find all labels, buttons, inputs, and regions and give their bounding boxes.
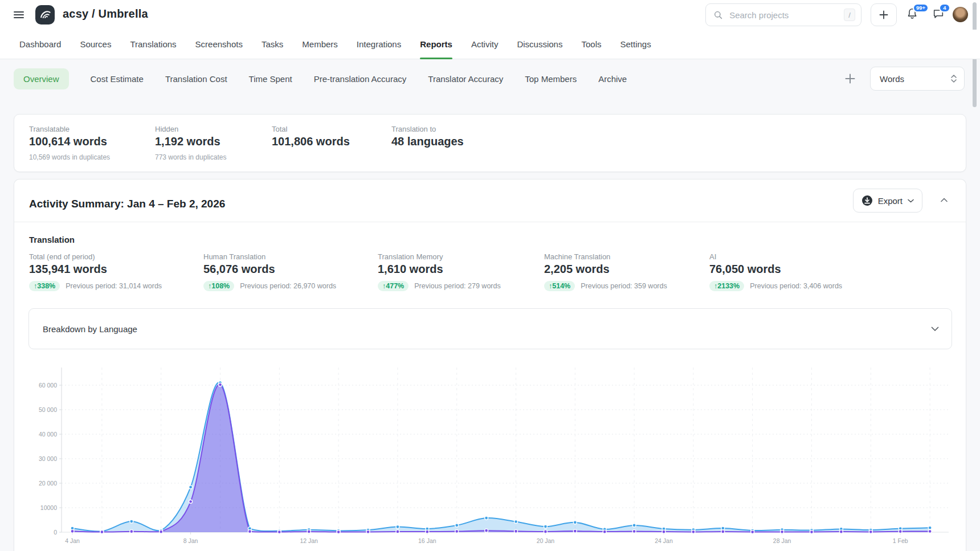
svg-text:50 000: 50 000 bbox=[39, 406, 57, 413]
nav-members[interactable]: Members bbox=[302, 30, 338, 59]
breakdown-by-language-toggle[interactable]: Breakdown by Language bbox=[28, 308, 952, 349]
nav-settings[interactable]: Settings bbox=[620, 30, 651, 59]
svg-text:12 Jan: 12 Jan bbox=[300, 537, 318, 544]
nav-discussions[interactable]: Discussions bbox=[517, 30, 562, 59]
create-project-button[interactable] bbox=[871, 3, 897, 26]
svg-text:4 Jan: 4 Jan bbox=[65, 537, 80, 544]
nav-reports[interactable]: Reports bbox=[420, 30, 452, 59]
export-button-label: Export bbox=[878, 196, 903, 206]
tab-pretranslation-accuracy[interactable]: Pre-translation Accuracy bbox=[314, 74, 407, 84]
search-shortcut-key: / bbox=[844, 9, 855, 21]
top-bar: acsy / Umbrella / 99+ bbox=[0, 0, 980, 30]
delta-badge: ↑477% bbox=[378, 281, 409, 291]
tab-archive[interactable]: Archive bbox=[598, 74, 627, 84]
add-report-button[interactable] bbox=[844, 73, 856, 84]
user-avatar[interactable] bbox=[953, 7, 968, 22]
reports-subnav: Overview Cost Estimate Translation Cost … bbox=[0, 59, 980, 98]
nav-dashboard[interactable]: Dashboard bbox=[19, 30, 61, 59]
select-chevrons-icon bbox=[950, 74, 957, 84]
nav-translations[interactable]: Translations bbox=[130, 30, 176, 59]
svg-text:1 Feb: 1 Feb bbox=[893, 537, 908, 544]
activity-summary-card: Activity Summary: Jan 4 – Feb 2, 2026 Ex… bbox=[14, 179, 966, 551]
hamburger-menu-icon[interactable] bbox=[14, 10, 24, 20]
plus-icon bbox=[879, 10, 888, 19]
svg-text:0: 0 bbox=[54, 529, 57, 536]
svg-text:20 Jan: 20 Jan bbox=[537, 537, 555, 544]
notifications-count-badge: 99+ bbox=[913, 3, 929, 13]
unit-select-value: Words bbox=[880, 74, 904, 84]
tab-translation-cost[interactable]: Translation Cost bbox=[165, 74, 227, 84]
chevron-up-icon bbox=[940, 195, 949, 205]
logo-bird-icon bbox=[38, 8, 52, 22]
tab-time-spent[interactable]: Time Spent bbox=[249, 74, 292, 84]
search-input[interactable] bbox=[728, 10, 844, 21]
svg-text:16 Jan: 16 Jan bbox=[418, 537, 436, 544]
tab-cost-estimate[interactable]: Cost Estimate bbox=[91, 74, 144, 84]
delta-badge: ↑2133% bbox=[709, 281, 744, 291]
activity-chart[interactable]: 60 00050 00040 00030 00020 0001000004 Ja… bbox=[14, 360, 967, 551]
export-button[interactable]: Export bbox=[853, 189, 922, 213]
delta-badge: ↑514% bbox=[544, 281, 575, 291]
page-title: acsy / Umbrella bbox=[63, 7, 148, 21]
search-box[interactable]: / bbox=[705, 3, 861, 26]
notifications-button[interactable]: 99+ bbox=[906, 7, 921, 22]
messages-count-badge: 4 bbox=[939, 3, 950, 13]
breakdown-label: Breakdown by Language bbox=[43, 324, 137, 334]
chevron-down-icon bbox=[931, 326, 939, 332]
tab-overview[interactable]: Overview bbox=[14, 68, 69, 89]
word-stats-card: Translatable 100,614 words 10,569 words … bbox=[14, 114, 966, 172]
tab-top-members[interactable]: Top Members bbox=[525, 74, 577, 84]
svg-text:60 000: 60 000 bbox=[39, 382, 57, 389]
delta-badge: ↑108% bbox=[203, 281, 234, 291]
svg-text:30 000: 30 000 bbox=[39, 455, 57, 462]
nav-screenshots[interactable]: Screenshots bbox=[195, 30, 243, 59]
nav-tasks[interactable]: Tasks bbox=[262, 30, 283, 59]
nav-activity[interactable]: Activity bbox=[471, 30, 499, 59]
svg-text:40 000: 40 000 bbox=[39, 431, 57, 438]
svg-text:20 000: 20 000 bbox=[39, 480, 57, 487]
svg-text:28 Jan: 28 Jan bbox=[773, 537, 791, 544]
chevron-down-icon bbox=[908, 199, 914, 203]
translation-section-title: Translation bbox=[29, 235, 75, 244]
activity-summary-title: Activity Summary: Jan 4 – Feb 2, 2026 bbox=[29, 198, 225, 210]
nav-integrations[interactable]: Integrations bbox=[357, 30, 401, 59]
search-icon bbox=[714, 10, 722, 20]
project-logo[interactable] bbox=[35, 5, 55, 25]
messages-button[interactable]: 4 bbox=[932, 7, 947, 22]
delta-badge: ↑338% bbox=[29, 281, 60, 291]
tab-translator-accuracy[interactable]: Translator Accuracy bbox=[428, 74, 503, 84]
download-icon bbox=[861, 195, 873, 206]
app-header: acsy / Umbrella / 99+ bbox=[0, 0, 980, 59]
svg-text:8 Jan: 8 Jan bbox=[183, 537, 198, 544]
svg-text:24 Jan: 24 Jan bbox=[655, 537, 673, 544]
nav-sources[interactable]: Sources bbox=[80, 30, 111, 59]
nav-tools[interactable]: Tools bbox=[581, 30, 601, 59]
project-nav: Dashboard Sources Translations Screensho… bbox=[0, 30, 980, 59]
collapse-section-button[interactable] bbox=[940, 195, 950, 206]
svg-text:10000: 10000 bbox=[40, 504, 57, 511]
divider bbox=[14, 222, 966, 222]
plus-icon bbox=[844, 73, 856, 84]
unit-select[interactable]: Words bbox=[870, 67, 965, 91]
